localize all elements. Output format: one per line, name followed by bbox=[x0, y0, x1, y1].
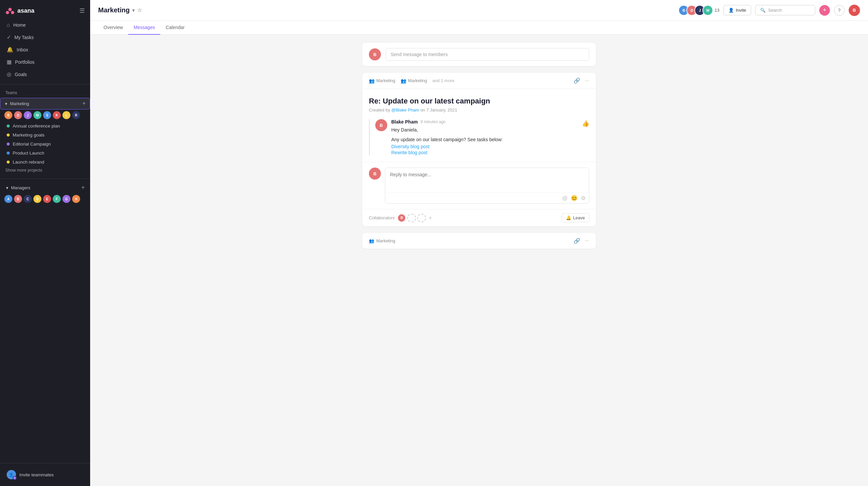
project-dot bbox=[7, 142, 10, 145]
collaborator-avatars: B bbox=[397, 214, 426, 222]
more-options-icon[interactable]: ··· bbox=[585, 238, 589, 244]
chevron-down-icon[interactable]: ▾ bbox=[132, 8, 134, 13]
avatar: K bbox=[53, 111, 61, 120]
sidebar-item-goals[interactable]: ◎ Goals bbox=[3, 68, 88, 80]
tabs: Overview Messages Calendar bbox=[90, 21, 868, 35]
thread-author-name: Blake Pham bbox=[391, 119, 417, 125]
logo[interactable]: asana bbox=[5, 6, 34, 15]
avatar: G bbox=[62, 195, 71, 203]
thread-body: Any update on our latest campaign? See t… bbox=[391, 136, 578, 143]
sidebar-item-inbox[interactable]: 🔔 Inbox bbox=[3, 44, 88, 56]
sidebar-toggle[interactable]: ☰ bbox=[80, 7, 85, 14]
team-marketing-avatars: B D J M S K L R bbox=[0, 109, 90, 122]
message-body: Re: Update on our latest campaign Create… bbox=[362, 89, 596, 162]
project-item-marketing-goals[interactable]: Marketing goals bbox=[1, 131, 89, 139]
page-title: Marketing ▾ ☆ bbox=[98, 6, 142, 14]
task-link-rewrite[interactable]: Rewrite blog post bbox=[391, 150, 578, 155]
chevron-down-icon: ▼ bbox=[5, 186, 9, 190]
team-managers[interactable]: ▼ Managers + bbox=[1, 182, 89, 193]
message-title: Re: Update on our latest campaign bbox=[369, 97, 589, 105]
avatar: F bbox=[53, 195, 61, 203]
main-content: Marketing ▾ ☆ B D J M 13 👤 Invite 🔍 Sear… bbox=[90, 0, 868, 486]
search-placeholder: Search bbox=[768, 8, 782, 13]
add-team-item[interactable]: + bbox=[81, 184, 85, 191]
compose-card: B Send message to members bbox=[362, 43, 596, 66]
check-icon: ✓ bbox=[7, 34, 11, 40]
sidebar-bottom: 👤 + Invite teammates bbox=[0, 463, 90, 486]
project-item-product-launch[interactable]: Product Launch bbox=[1, 149, 89, 158]
tab-messages[interactable]: Messages bbox=[128, 21, 160, 35]
emoji-icon[interactable]: 😊 bbox=[571, 195, 578, 201]
avatar: B bbox=[4, 111, 13, 120]
reply-input[interactable] bbox=[385, 168, 589, 191]
tab-overview[interactable]: Overview bbox=[98, 21, 128, 35]
leave-button[interactable]: 🔔 Leave bbox=[561, 213, 589, 222]
search-box[interactable]: 🔍 Search bbox=[755, 5, 815, 15]
tab-calendar[interactable]: Calendar bbox=[160, 21, 190, 35]
compose-input[interactable]: Send message to members bbox=[385, 48, 589, 61]
meta-and-more: and 1 more bbox=[432, 78, 454, 83]
settings-icon[interactable]: ⚙ bbox=[581, 195, 586, 201]
collaborators-row: Collaborators B + 🔔 Leave bbox=[362, 209, 596, 226]
team-marketing[interactable]: ▼ Marketing + bbox=[0, 98, 90, 109]
avatar: L bbox=[62, 111, 71, 120]
search-icon: 🔍 bbox=[760, 8, 766, 13]
project-label: Annual conference plan bbox=[13, 124, 60, 129]
task-link-diversity[interactable]: Diversity blog post bbox=[391, 144, 578, 149]
meta-group-1: 👥 Marketing bbox=[369, 78, 395, 84]
sidebar-item-label: Home bbox=[13, 22, 26, 28]
thread-avatar: B bbox=[375, 119, 387, 131]
project-item-launch-rebrand[interactable]: Launch rebrand bbox=[1, 158, 89, 167]
like-button[interactable]: 👍 bbox=[582, 119, 589, 127]
project-label: Product Launch bbox=[13, 151, 44, 156]
project-item-editorial-campaign[interactable]: Editorial Campaign bbox=[1, 139, 89, 149]
link-icon[interactable]: 🔗 bbox=[574, 238, 580, 244]
project-item-annual-conference[interactable]: Annual conference plan bbox=[1, 122, 89, 131]
nav-items: ⌂ Home ✓ My Tasks 🔔 Inbox ▦ Portfolios ◎… bbox=[0, 19, 90, 81]
avatar: A bbox=[4, 195, 13, 203]
thread-greeting: Hey Daniela, bbox=[391, 127, 578, 133]
avatar: H bbox=[72, 195, 81, 203]
chevron-down-icon: ▼ bbox=[4, 102, 8, 106]
project-label: Launch rebrand bbox=[13, 160, 44, 165]
sidebar-item-home[interactable]: ⌂ Home bbox=[3, 19, 88, 31]
show-more-projects[interactable]: Show more projects bbox=[0, 167, 90, 174]
teams-section-header: Teams bbox=[0, 88, 90, 98]
logo-text: asana bbox=[18, 7, 34, 14]
team-managers-avatars: A B C D E F G H bbox=[0, 193, 90, 205]
project-dot bbox=[7, 133, 10, 136]
project-dot bbox=[7, 125, 10, 128]
team-name: Managers bbox=[11, 185, 30, 190]
invite-button[interactable]: 👤 Invite bbox=[723, 5, 751, 15]
sidebar-item-portfolios[interactable]: ▦ Portfolios bbox=[3, 56, 88, 68]
add-button[interactable]: + bbox=[819, 5, 830, 16]
project-dot bbox=[7, 152, 10, 155]
message-2-group-label: Marketing bbox=[376, 238, 395, 243]
message-card-2: 👥 Marketing 🔗 ··· bbox=[362, 233, 596, 249]
user-avatar[interactable]: B bbox=[849, 5, 860, 16]
add-collaborator-button[interactable]: + bbox=[429, 215, 432, 221]
thread-content: Blake Pham 9 minutes ago Hey Daniela, An… bbox=[391, 119, 578, 155]
mention-link[interactable]: @Blake Pham bbox=[391, 107, 420, 112]
help-button[interactable]: ? bbox=[834, 5, 845, 16]
goals-icon: ◎ bbox=[7, 71, 11, 77]
more-options-icon[interactable]: ··· bbox=[585, 78, 589, 84]
avatar: D bbox=[14, 111, 22, 120]
invite-teammates-item[interactable]: 👤 + Invite teammates bbox=[3, 467, 88, 482]
link-icon[interactable]: 🔗 bbox=[574, 77, 580, 84]
thread-time: 9 minutes ago bbox=[420, 120, 445, 124]
project-label: Editorial Campaign bbox=[13, 141, 51, 147]
collaborator-avatar-empty bbox=[407, 214, 416, 222]
sidebar-item-my-tasks[interactable]: ✓ My Tasks bbox=[3, 31, 88, 43]
invite-icon: 👤 bbox=[728, 8, 734, 13]
message-2-meta-left: 👥 Marketing bbox=[369, 238, 395, 243]
add-team-item[interactable]: + bbox=[82, 100, 86, 107]
star-icon[interactable]: ☆ bbox=[137, 7, 142, 13]
message-2-meta: 👥 Marketing 🔗 ··· bbox=[369, 238, 589, 244]
collaborators-left: Collaborators B + bbox=[369, 214, 432, 222]
member-avatars: B D J M 13 bbox=[681, 5, 719, 16]
portfolios-icon: ▦ bbox=[7, 59, 12, 65]
thread-message: B Blake Pham 9 minutes ago Hey Daniela, … bbox=[375, 119, 589, 155]
bell-icon: 🔔 bbox=[566, 215, 571, 220]
at-icon[interactable]: @ bbox=[562, 195, 567, 201]
